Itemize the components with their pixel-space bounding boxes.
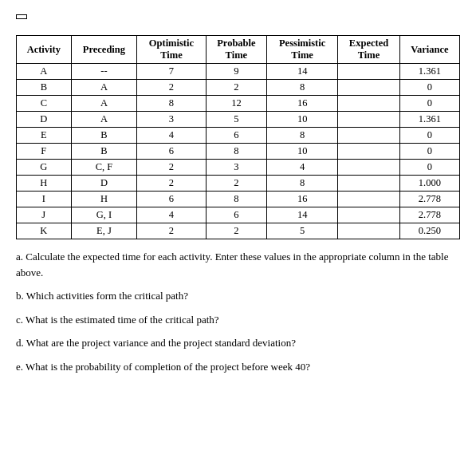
question-label: a.: [16, 251, 23, 263]
cell-pessimistic: 10: [267, 144, 338, 160]
cell-optimistic: 3: [137, 112, 206, 128]
cell-probable: 2: [206, 176, 266, 192]
cell-variance: 0: [399, 96, 459, 112]
cell-activity: I: [17, 192, 72, 207]
cell-preceding: G, I: [71, 207, 137, 223]
col-activity: Activity: [17, 36, 72, 64]
cell-activity: B: [17, 80, 72, 96]
cell-optimistic: 2: [137, 176, 206, 192]
table-row: H D 2 2 8 1.000: [17, 176, 460, 192]
cell-pessimistic: 14: [267, 64, 338, 80]
question-item-e: e. What is the probability of completion…: [16, 359, 460, 375]
cell-preceding: B: [71, 144, 137, 160]
questions-section: a. Calculate the expected time for each …: [16, 249, 460, 374]
cell-variance: 0.250: [399, 223, 459, 239]
cell-pessimistic: 14: [267, 207, 338, 223]
cell-preceding: E, J: [71, 223, 137, 239]
table-row: J G, I 4 6 14 2.778: [17, 207, 460, 223]
cell-variance: 0: [399, 80, 459, 96]
cell-pessimistic: 8: [267, 80, 338, 96]
cell-preceding: A: [71, 80, 137, 96]
col-variance: Variance: [399, 36, 459, 64]
question-item-b: b. Which activities form the critical pa…: [16, 288, 460, 304]
cell-expected: [338, 192, 400, 207]
cell-variance: 0: [399, 160, 459, 176]
cell-probable: 9: [206, 64, 266, 80]
cell-variance: 1.361: [399, 112, 459, 128]
cell-variance: 1.361: [399, 64, 459, 80]
cell-expected: [338, 128, 400, 144]
col-pessimistic: PessimisticTime: [267, 36, 338, 64]
cell-probable: 8: [206, 192, 266, 207]
cell-expected: [338, 160, 400, 176]
cell-expected: [338, 223, 400, 239]
question-label: b.: [16, 290, 24, 302]
cell-expected: [338, 64, 400, 80]
cell-variance: 2.778: [399, 207, 459, 223]
question-text: Calculate the expected time for each act…: [16, 251, 448, 278]
cell-activity: D: [17, 112, 72, 128]
cell-activity: H: [17, 176, 72, 192]
table-row: D A 3 5 10 1.361: [17, 112, 460, 128]
cell-probable: 12: [206, 96, 266, 112]
cell-expected: [338, 96, 400, 112]
cell-activity: K: [17, 223, 72, 239]
cell-pessimistic: 4: [267, 160, 338, 176]
cell-activity: C: [17, 96, 72, 112]
table-row: C A 8 12 16 0: [17, 96, 460, 112]
cell-probable: 6: [206, 207, 266, 223]
col-expected: ExpectedTime: [338, 36, 400, 64]
table-row: B A 2 2 8 0: [17, 80, 460, 96]
cell-activity: F: [17, 144, 72, 160]
table-row: A -- 7 9 14 1.361: [17, 64, 460, 80]
question-text: What is the estimated time of the critic…: [26, 314, 219, 326]
question-label: c.: [16, 314, 23, 326]
cell-expected: [338, 112, 400, 128]
cell-preceding: B: [71, 128, 137, 144]
cell-activity: J: [17, 207, 72, 223]
table-row: K E, J 2 2 5 0.250: [17, 223, 460, 239]
cell-probable: 6: [206, 128, 266, 144]
cell-expected: [338, 144, 400, 160]
table-row: F B 6 8 10 0: [17, 144, 460, 160]
cell-expected: [338, 207, 400, 223]
question-text: What are the project variance and the pr…: [26, 337, 296, 349]
cell-preceding: A: [71, 112, 137, 128]
cell-pessimistic: 8: [267, 176, 338, 192]
cell-probable: 2: [206, 223, 266, 239]
col-preceding: Preceding: [71, 36, 137, 64]
cell-optimistic: 2: [137, 80, 206, 96]
cell-optimistic: 4: [137, 128, 206, 144]
cell-optimistic: 2: [137, 223, 206, 239]
cell-preceding: A: [71, 96, 137, 112]
cell-variance: 1.000: [399, 176, 459, 192]
question-text: Which activities form the critical path?: [26, 290, 188, 302]
cell-probable: 2: [206, 80, 266, 96]
cell-pessimistic: 10: [267, 112, 338, 128]
cell-optimistic: 8: [137, 96, 206, 112]
question-header: [16, 14, 27, 19]
cell-activity: A: [17, 64, 72, 80]
cell-preceding: D: [71, 176, 137, 192]
col-optimistic: OptimisticTime: [137, 36, 206, 64]
cell-preceding: --: [71, 64, 137, 80]
cell-probable: 5: [206, 112, 266, 128]
cell-expected: [338, 80, 400, 96]
question-text: What is the probability of completion of…: [26, 361, 310, 373]
question-label: e.: [16, 361, 23, 373]
cell-pessimistic: 8: [267, 128, 338, 144]
cell-pessimistic: 16: [267, 96, 338, 112]
cell-probable: 8: [206, 144, 266, 160]
cell-optimistic: 6: [137, 192, 206, 207]
cell-variance: 0: [399, 128, 459, 144]
cell-variance: 0: [399, 144, 459, 160]
cell-activity: E: [17, 128, 72, 144]
table-row: I H 6 8 16 2.778: [17, 192, 460, 207]
cell-optimistic: 4: [137, 207, 206, 223]
table-row: E B 4 6 8 0: [17, 128, 460, 144]
question-item-a: a. Calculate the expected time for each …: [16, 249, 460, 280]
table-row: G C, F 2 3 4 0: [17, 160, 460, 176]
cell-pessimistic: 16: [267, 192, 338, 207]
col-probable: ProbableTime: [206, 36, 266, 64]
cell-variance: 2.778: [399, 192, 459, 207]
